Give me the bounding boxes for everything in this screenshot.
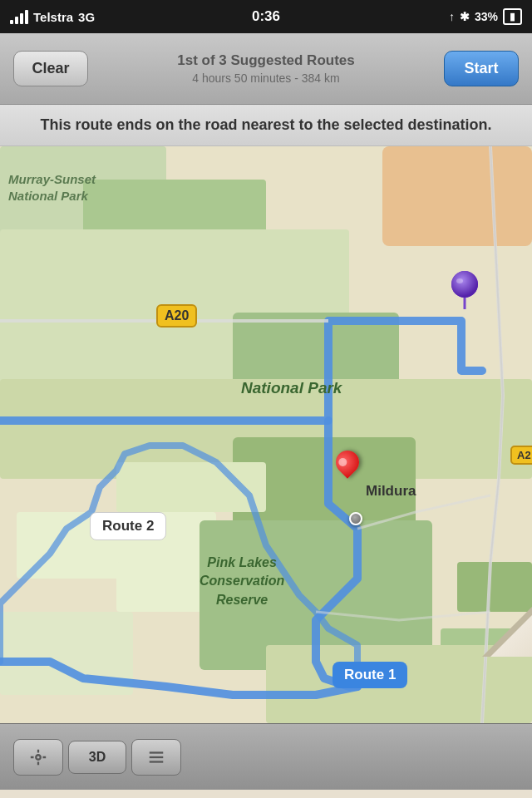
- signal-bar-2: [15, 17, 18, 24]
- park-terrain-13: [0, 612, 133, 695]
- network-label: 3G: [78, 10, 95, 24]
- svg-point-1: [451, 271, 478, 298]
- threed-button[interactable]: 3D: [68, 741, 126, 774]
- info-banner: This route ends on the road nearest to t…: [0, 105, 532, 146]
- murray-sunset-label: Murray-SunsetNational Park: [8, 171, 96, 204]
- park-terrain-11: [457, 562, 532, 612]
- bluetooth-icon: ✱: [460, 10, 470, 23]
- list-button[interactable]: [131, 739, 181, 776]
- status-time: 0:36: [252, 8, 280, 25]
- highway-a20-badge: A20: [156, 304, 197, 328]
- route1-label[interactable]: Route 1: [332, 662, 407, 688]
- signal-bar-1: [10, 20, 13, 24]
- route2-label[interactable]: Route 2: [90, 512, 166, 540]
- highway-a2-badge: A2: [510, 446, 532, 465]
- park-terrain-7: [116, 462, 266, 512]
- location-button[interactable]: [13, 739, 63, 776]
- svg-point-3: [36, 755, 41, 760]
- signal-bar-4: [25, 10, 28, 24]
- status-right: ↑ ✱ 33% ▮: [449, 8, 522, 25]
- carrier-label: Telstra: [33, 10, 73, 24]
- signal-bar-3: [20, 13, 23, 24]
- destination-pin: [451, 271, 478, 313]
- nav-bar: Clear 1st of 3 Suggested Routes 4 hours …: [0, 33, 532, 105]
- nav-title: 1st of 3 Suggested Routes: [98, 52, 434, 69]
- nav-center: 1st of 3 Suggested Routes 4 hours 50 min…: [98, 52, 434, 85]
- info-text: This route ends on the road nearest to t…: [40, 116, 491, 133]
- nav-subtitle: 4 hours 50 minutes - 384 km: [98, 71, 434, 85]
- bottom-toolbar: 3D: [0, 723, 532, 790]
- battery-icon: ▮: [503, 8, 522, 25]
- terrain-orange: [382, 146, 532, 246]
- location-icon: ↑: [449, 10, 455, 23]
- map-area[interactable]: Murray-SunsetNational Park National Park…: [0, 146, 532, 723]
- current-location-dot: [349, 512, 362, 525]
- start-button[interactable]: Start: [444, 51, 519, 86]
- clear-button[interactable]: Clear: [13, 51, 88, 86]
- status-left: Telstra 3G: [10, 10, 95, 24]
- signal-bars: [10, 10, 28, 24]
- status-bar: Telstra 3G 0:36 ↑ ✱ 33% ▮: [0, 0, 532, 33]
- battery-label: 33%: [475, 10, 498, 23]
- svg-point-2: [456, 278, 463, 283]
